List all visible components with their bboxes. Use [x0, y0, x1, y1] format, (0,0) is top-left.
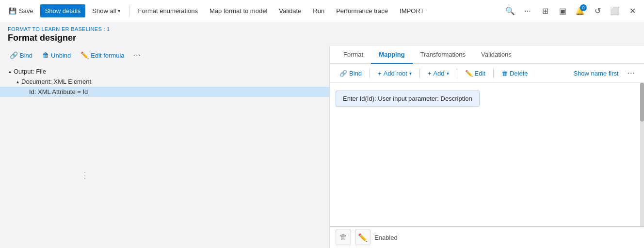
toolbar-separator-1: [129, 5, 129, 17]
office-icon: ▣: [559, 6, 566, 16]
right-sep-2: [419, 68, 420, 78]
validate-button[interactable]: Validate: [274, 4, 306, 17]
right-more-button[interactable]: ···: [625, 67, 638, 79]
formula-icon: ✏️: [80, 51, 89, 59]
format-enumerations-button[interactable]: Format enumerations: [133, 4, 203, 17]
add-root-icon: +: [378, 70, 382, 77]
more-options-button[interactable]: ···: [520, 3, 535, 19]
grid-icon: ⊞: [542, 6, 548, 16]
bind-button-right[interactable]: 🔗 Bind: [336, 67, 366, 79]
notification-badge: 0: [580, 4, 587, 11]
add-icon-right: +: [428, 70, 432, 77]
performance-trace-button[interactable]: Performance trace: [331, 4, 393, 17]
show-all-chevron-icon: ▾: [118, 8, 120, 14]
right-panel: Format Mapping Transformations Validatio…: [330, 46, 644, 248]
page-content: FORMAT TO LEARN ER BASELINES : 1 Format …: [0, 22, 644, 248]
add-button-right[interactable]: + Add ▾: [424, 67, 453, 79]
mapping-box: Enter Id(Id): User input parameter: Desc…: [336, 91, 480, 107]
tree-area: ▴ Output: File ▴ Document: XML Element I…: [0, 64, 329, 248]
scrollbar[interactable]: [640, 83, 644, 226]
breadcrumb: FORMAT TO LEARN ER BASELINES : 1: [8, 26, 636, 32]
left-panel: 🔗 Bind 🗑 Unbind ✏️ Edit formula ···: [0, 46, 330, 248]
office-button[interactable]: ▣: [555, 3, 570, 19]
more-icon: ···: [524, 7, 531, 16]
maximize-icon: ⬜: [610, 6, 620, 16]
maximize-button[interactable]: ⬜: [607, 3, 623, 19]
tree-expander: ▴: [14, 79, 21, 84]
delete-icon-right: 🗑: [501, 70, 508, 77]
bottom-bar: 🗑 ✏️ Enabled: [330, 226, 644, 248]
save-icon: 💾: [9, 7, 16, 15]
tree-expander: ▴: [6, 69, 14, 74]
tree-node-label: Document: XML Element: [21, 78, 91, 85]
edit-formula-button[interactable]: ✏️ Edit formula: [77, 49, 128, 62]
tab-mapping[interactable]: Mapping: [371, 46, 412, 64]
right-sep-1: [370, 68, 370, 78]
tree-node-label: Output: File: [14, 68, 46, 75]
left-dots-icon: ···: [133, 51, 141, 60]
map-format-to-model-button[interactable]: Map format to model: [205, 4, 272, 17]
pencil-icon-bottom: ✏️: [358, 233, 368, 242]
import-button[interactable]: IMPORT: [395, 4, 429, 17]
link-icon: 🔗: [10, 51, 18, 59]
tree-node-label: Id: XML Attribute = Id: [29, 88, 88, 95]
add-root-chevron: ▾: [409, 71, 412, 76]
search-icon: 🔍: [505, 6, 515, 16]
refresh-icon: ↺: [595, 6, 601, 16]
show-name-first-button[interactable]: Show name first: [569, 67, 622, 79]
save-button[interactable]: 💾 Save: [4, 4, 38, 17]
main-area: 🔗 Bind 🗑 Unbind ✏️ Edit formula ···: [0, 46, 644, 248]
bind-button-left[interactable]: 🔗 Bind: [6, 49, 36, 62]
add-chevron: ▾: [447, 71, 449, 76]
tab-format[interactable]: Format: [336, 46, 371, 64]
unbind-icon: 🗑: [42, 51, 49, 59]
right-dots-icon: ···: [628, 69, 635, 78]
tabs-bar: Format Mapping Transformations Validatio…: [330, 46, 644, 64]
toolbar: 💾 Save Show details Show all ▾ Format en…: [0, 0, 644, 22]
delete-button-right[interactable]: 🗑 Delete: [498, 67, 532, 79]
close-button[interactable]: ✕: [625, 3, 640, 19]
link-icon-right: 🔗: [339, 70, 347, 77]
search-button[interactable]: 🔍: [502, 3, 518, 19]
right-sep-3: [457, 68, 457, 78]
run-button[interactable]: Run: [308, 4, 329, 17]
tab-validations[interactable]: Validations: [473, 46, 519, 64]
tree-node[interactable]: ▴ Document: XML Element: [0, 77, 329, 87]
trash-button-bottom[interactable]: 🗑: [336, 230, 351, 245]
drag-handle[interactable]: ⋮: [80, 170, 249, 181]
edit-button-right[interactable]: ✏️ Edit: [461, 67, 489, 79]
tree-node[interactable]: ▴ Output: File: [0, 66, 329, 77]
trash-icon-bottom: 🗑: [339, 233, 347, 242]
add-root-button[interactable]: + Add root ▾: [374, 67, 416, 79]
right-toolbar: 🔗 Bind + Add root ▾ + Add ▾ ✏️: [330, 64, 644, 83]
close-icon: ✕: [629, 6, 636, 16]
edit-button-bottom[interactable]: ✏️: [355, 230, 370, 245]
show-all-button[interactable]: Show all ▾: [87, 4, 125, 17]
scrollbar-thumb[interactable]: [640, 83, 644, 122]
edit-icon-right: ✏️: [465, 70, 473, 77]
mapping-content: Enter Id(Id): User input parameter: Desc…: [330, 83, 644, 226]
right-sep-4: [493, 68, 494, 78]
left-more-button[interactable]: ···: [130, 49, 144, 62]
left-toolbar: 🔗 Bind 🗑 Unbind ✏️ Edit formula ···: [0, 46, 329, 64]
unbind-button[interactable]: 🗑 Unbind: [38, 49, 75, 62]
status-label: Enabled: [374, 234, 398, 241]
grid-button[interactable]: ⊞: [537, 3, 553, 19]
refresh-button[interactable]: ↺: [590, 3, 605, 19]
tree-node-selected[interactable]: Id: XML Attribute = Id: [0, 87, 329, 97]
show-details-button[interactable]: Show details: [40, 4, 86, 17]
page-header: FORMAT TO LEARN ER BASELINES : 1 Format …: [0, 22, 644, 46]
tab-transformations[interactable]: Transformations: [413, 46, 473, 64]
page-title: Format designer: [8, 33, 636, 43]
